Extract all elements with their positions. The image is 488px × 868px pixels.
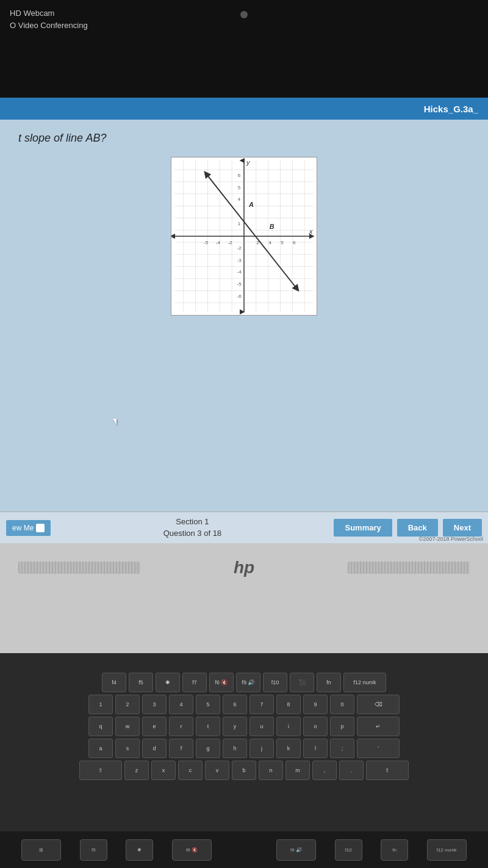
key-b[interactable]: b (232, 761, 256, 780)
hp-logo: hp (229, 555, 259, 580)
key-1[interactable]: 1 (88, 695, 113, 714)
key-f[interactable]: f (169, 739, 193, 758)
key-z[interactable]: z (124, 761, 149, 780)
key-t[interactable]: t (196, 717, 220, 736)
svg-text:-3: -3 (237, 258, 242, 263)
webcam-line1: HD Webcam (10, 7, 88, 20)
bottom-key-square[interactable]: ⊞ (21, 839, 61, 861)
key-shift-r[interactable]: ⇧ (366, 761, 409, 780)
show-me-label: ew Me (12, 524, 34, 532)
webcam-line2: O Video Conferencing (10, 20, 88, 32)
number-row: 1 2 3 4 5 6 7 8 9 0 ⌫ (0, 695, 488, 714)
key-screen[interactable]: ⬛ (290, 673, 314, 692)
bottom-key-f9[interactable]: f9 🔊 (276, 839, 316, 861)
bottom-key-numk[interactable]: f12 numk (427, 839, 467, 861)
key-i[interactable]: i (276, 717, 301, 736)
svg-text:-6: -6 (237, 294, 242, 299)
copyright: ©2007-2018 PowerSchool (419, 536, 483, 542)
key-u[interactable]: u (249, 717, 274, 736)
graph-wrapper: x y -5 -4 -2 2 4 5 6 6 5 4 1 -2 -3 (171, 157, 317, 316)
show-me-button[interactable]: ew Me (6, 520, 51, 536)
bottom-key-f10[interactable]: f10 (335, 839, 362, 861)
top-bar: HD Webcam O Video Conferencing (0, 0, 488, 98)
laptop-body: hp (0, 543, 488, 653)
key-backspace[interactable]: ⌫ (357, 695, 400, 714)
key-enter[interactable]: ↵ (357, 717, 400, 736)
hp-text: hp (234, 558, 254, 577)
key-star[interactable]: ✱ (156, 673, 180, 692)
key-period[interactable]: . (339, 761, 364, 780)
key-l[interactable]: l (303, 739, 328, 758)
webcam-info: HD Webcam O Video Conferencing (10, 7, 88, 31)
key-3[interactable]: 3 (142, 695, 167, 714)
key-shift[interactable]: ⇧ (79, 761, 122, 780)
footer-bar: ew Me Section 1 Question 3 of 18 Summary… (0, 512, 488, 543)
bottom-strip: ⊞ f5 ✱ f6 🔇 f9 🔊 f10 fn f12 numk (0, 831, 488, 868)
key-9[interactable]: 9 (303, 695, 328, 714)
qwerty-row: q w e r t y u i o p ↵ (0, 717, 488, 736)
key-2[interactable]: 2 (115, 695, 140, 714)
question-text: t slope of line AB? (18, 132, 470, 145)
svg-text:-2: -2 (228, 240, 232, 245)
key-j[interactable]: j (249, 739, 274, 758)
bottom-key-f6-vol[interactable]: f6 🔇 (172, 839, 212, 861)
key-comma[interactable]: , (312, 761, 337, 780)
key-x[interactable]: x (151, 761, 176, 780)
key-semi[interactable]: ; (330, 739, 354, 758)
header-bar: Hicks_G.3a_ (0, 98, 488, 120)
key-fn[interactable]: fn (317, 673, 341, 692)
webcam-dot (240, 11, 248, 18)
key-e[interactable]: e (142, 717, 167, 736)
key-v[interactable]: v (205, 761, 229, 780)
question-label: Question 3 of 18 (56, 528, 329, 539)
graph-svg: x y -5 -4 -2 2 4 5 6 6 5 4 1 -2 -3 (171, 157, 317, 315)
key-f7[interactable]: f7 (182, 673, 207, 692)
key-f5[interactable]: f5 (129, 673, 153, 692)
svg-text:-5: -5 (237, 281, 242, 287)
key-0[interactable]: 0 (330, 695, 354, 714)
key-6[interactable]: 6 (223, 695, 247, 714)
key-s[interactable]: s (115, 739, 140, 758)
cursor (113, 419, 117, 425)
header-title: Hicks_G.3a_ (424, 104, 478, 114)
key-m[interactable]: m (285, 761, 310, 780)
key-f10[interactable]: f10 (263, 673, 287, 692)
key-k[interactable]: k (276, 739, 301, 758)
keyboard-inner: f4 f5 ✱ f7 f6 🔇 f9 🔊 f10 ⬛ fn f12 numk 1… (0, 673, 488, 831)
key-8[interactable]: 8 (276, 695, 301, 714)
svg-text:5: 5 (238, 185, 241, 190)
graph-container: x y -5 -4 -2 2 4 5 6 6 5 4 1 -2 -3 (18, 157, 470, 316)
svg-text:6: 6 (293, 240, 296, 245)
bottom-key-fn[interactable]: fn (381, 839, 408, 861)
key-numk[interactable]: f12 numk (343, 673, 386, 692)
next-button[interactable]: Next (443, 519, 482, 537)
key-f9-vol[interactable]: f9 🔊 (236, 673, 260, 692)
key-4[interactable]: 4 (169, 695, 193, 714)
svg-text:6: 6 (238, 173, 241, 178)
key-q[interactable]: q (88, 717, 113, 736)
bottom-key-f5[interactable]: f5 (80, 839, 107, 861)
key-h[interactable]: h (223, 739, 247, 758)
speaker-right (348, 562, 470, 574)
key-f4[interactable]: f4 (102, 673, 126, 692)
key-p[interactable]: p (330, 717, 354, 736)
key-a[interactable]: a (88, 739, 113, 758)
key-7[interactable]: 7 (249, 695, 274, 714)
key-o[interactable]: o (303, 717, 328, 736)
key-w[interactable]: w (115, 717, 140, 736)
key-5[interactable]: 5 (196, 695, 220, 714)
key-y[interactable]: y (223, 717, 247, 736)
main-content: t slope of line AB? (0, 120, 488, 512)
back-button[interactable]: Back (397, 519, 438, 537)
key-n[interactable]: n (259, 761, 283, 780)
key-c[interactable]: c (178, 761, 203, 780)
svg-text:4: 4 (238, 197, 241, 202)
bottom-key-star[interactable]: ✱ (126, 839, 153, 861)
key-r[interactable]: r (169, 717, 193, 736)
key-quote[interactable]: ' (357, 739, 400, 758)
key-d[interactable]: d (142, 739, 167, 758)
key-f6-vol[interactable]: f6 🔇 (209, 673, 234, 692)
keyboard-area: f4 f5 ✱ f7 f6 🔇 f9 🔊 f10 ⬛ fn f12 numk 1… (0, 653, 488, 831)
summary-button[interactable]: Summary (334, 519, 392, 537)
key-g[interactable]: g (196, 739, 220, 758)
